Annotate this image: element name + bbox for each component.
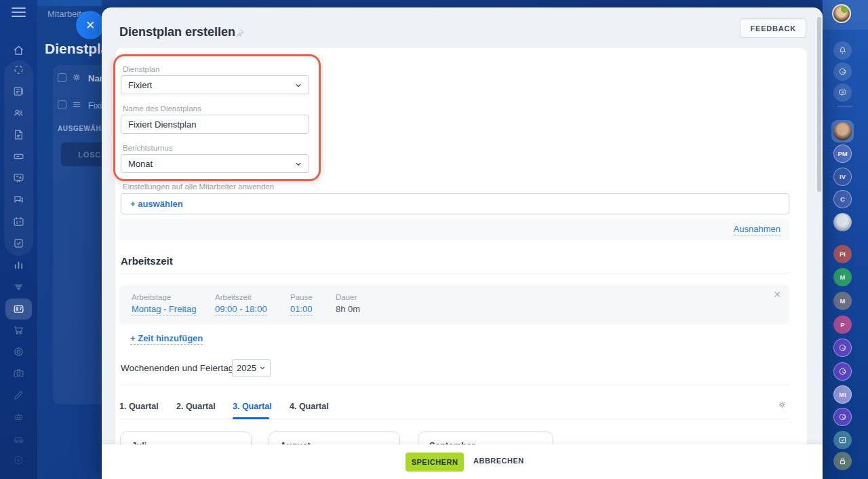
choose-button[interactable]: + auswählen: [130, 199, 183, 209]
pencil-icon[interactable]: [12, 389, 25, 402]
home-icon[interactable]: [12, 44, 25, 57]
name-des-dienstplans-input[interactable]: Fixiert Dienstplan: [121, 115, 309, 134]
col-label-dauer: Dauer: [336, 293, 357, 301]
active-contact-highlight[interactable]: [831, 120, 854, 142]
row-checkbox[interactable]: [58, 100, 66, 109]
bar-chart-icon[interactable]: [12, 258, 25, 271]
modal-title: Dienstplan erstellen: [119, 25, 235, 39]
name-input-value: Fixiert Dienstplan: [128, 119, 196, 130]
left-sidebar: [0, 0, 37, 479]
selected-count-label: AUSGEWÄHLT: 0: [58, 125, 102, 132]
apply-to-all-label: Einstellungen auf alle Mitarbeiter anwen…: [123, 183, 274, 191]
select-all-checkbox[interactable]: [58, 73, 66, 82]
presentation-icon[interactable]: [12, 172, 25, 185]
hamburger-menu-icon[interactable]: [12, 7, 26, 17]
contact-avatar[interactable]: C: [833, 190, 852, 208]
inbox-tray-icon[interactable]: [12, 150, 25, 163]
lock-icon[interactable]: [833, 452, 852, 470]
top-bar: [37, 0, 102, 6]
notifications-bell-icon[interactable]: [833, 41, 852, 60]
news-feed-icon[interactable]: [12, 85, 25, 98]
contact-avatar[interactable]: M: [833, 268, 852, 286]
save-button[interactable]: SPEICHERN: [406, 453, 464, 472]
year-select-value: 2025: [237, 363, 256, 373]
dienstplan-modal: Dienstplan erstellen FEEDBACK Dienstplan…: [102, 7, 823, 479]
tabs-gear-icon[interactable]: [777, 400, 787, 410]
tab-quartal-2[interactable]: 2. Quartal: [176, 402, 216, 411]
pause-value[interactable]: 01:00: [290, 304, 313, 315]
tasks-icon[interactable]: [12, 237, 25, 250]
drag-handle-icon[interactable]: [71, 99, 82, 110]
scrollbar-thumb[interactable]: [817, 17, 821, 192]
user-avatar[interactable]: [832, 4, 851, 23]
arbeitszeit-value[interactable]: 09:00 - 18:00: [215, 304, 267, 315]
contact-avatar[interactable]: MI: [833, 385, 852, 404]
tasks-app-icon[interactable]: [833, 431, 852, 449]
chat-icon[interactable]: [12, 193, 25, 206]
background-page: Mitarbeiter Dienstpläne Name Fixiert AUS…: [37, 0, 102, 479]
remove-row-icon[interactable]: ✕: [773, 289, 781, 300]
document-icon[interactable]: [12, 128, 25, 141]
modal-footer: SPEICHERN ABBRECHEN: [102, 444, 823, 479]
tabs-divider: [119, 419, 789, 419]
target-icon[interactable]: [12, 345, 25, 358]
dienstplan-select[interactable]: Fixiert: [121, 75, 309, 94]
berichtsturnus-select-value: Monat: [128, 159, 153, 169]
chevron-down-icon: [294, 81, 302, 90]
field-label-name: Name des Dienstplans: [123, 104, 201, 113]
contact-avatar[interactable]: P: [833, 315, 852, 334]
schedule-id-card-icon[interactable]: [12, 303, 25, 315]
cancel-button[interactable]: ABBRECHEN: [473, 457, 524, 465]
berichtsturnus-select[interactable]: Monat: [121, 154, 309, 173]
bot-icon[interactable]: [12, 410, 25, 423]
table-gear-icon[interactable]: [71, 72, 82, 83]
divider: [119, 273, 789, 273]
app-spiral-icon[interactable]: [833, 408, 852, 426]
exceptions-link[interactable]: Ausnahmen: [734, 224, 781, 235]
contact-avatar[interactable]: PM: [833, 145, 852, 163]
calendar-icon[interactable]: [12, 215, 25, 228]
contact-avatar[interactable]: PI: [833, 245, 852, 263]
employee-choose-box[interactable]: + auswählen: [121, 193, 789, 214]
app-spiral-icon[interactable]: [833, 362, 852, 381]
contact-avatar-photo[interactable]: [833, 122, 852, 140]
chevron-down-icon: [259, 364, 266, 372]
dauer-value: 8h 0m: [336, 304, 360, 314]
dienstplan-select-value: Fixiert: [128, 80, 152, 90]
weekends-label: Wochenenden und Feiertage: [121, 363, 239, 373]
disc-icon[interactable]: [12, 454, 25, 467]
cart-icon[interactable]: [12, 324, 25, 337]
worktime-heading: Arbeitszeit: [121, 255, 173, 267]
camera-icon[interactable]: [12, 367, 25, 380]
car-icon[interactable]: [12, 432, 25, 445]
arbeitstage-value[interactable]: Montag - Freitag: [132, 304, 196, 315]
apps-spiral-icon[interactable]: [833, 62, 852, 81]
contact-avatar[interactable]: IV: [833, 168, 852, 186]
filter-icon[interactable]: [12, 280, 25, 293]
col-label-arbeitstage: Arbeitstage: [132, 293, 171, 301]
right-sidebar: PM IV C PI M M P MI: [823, 0, 868, 479]
app-spiral-icon[interactable]: [833, 339, 852, 357]
messenger-icon[interactable]: [833, 83, 852, 102]
contact-avatar[interactable]: M: [833, 292, 852, 310]
worktime-row: Arbeitstage Montag - Freitag Arbeitszeit…: [119, 285, 789, 324]
delete-button[interactable]: LÖSCHEN: [61, 142, 102, 166]
sidebar-divider: [837, 107, 852, 107]
add-time-link[interactable]: + Zeit hinzufügen: [130, 333, 203, 345]
team-icon[interactable]: [12, 107, 25, 119]
page-title: Dienstpläne: [45, 41, 102, 57]
chevron-down-icon: [294, 160, 302, 168]
tab-quartal-4[interactable]: 4. Quartal: [290, 402, 329, 411]
schedule-table-panel: [53, 65, 102, 404]
tab-quartal-3[interactable]: 3. Quartal: [233, 402, 272, 411]
status-circle-icon[interactable]: [12, 63, 25, 76]
exceptions-band: Ausnahmen: [119, 218, 789, 240]
modal-scrollbar: [817, 16, 821, 477]
contact-avatar-cat-photo[interactable]: [833, 213, 852, 231]
close-icon[interactable]: ✕: [76, 11, 104, 39]
table-row-fixiert[interactable]: Fixiert: [88, 100, 102, 111]
feedback-button[interactable]: FEEDBACK: [740, 18, 806, 38]
pin-icon[interactable]: [235, 28, 245, 39]
year-select[interactable]: 2025: [232, 359, 271, 377]
tab-quartal-1[interactable]: 1. Quartal: [119, 402, 159, 411]
